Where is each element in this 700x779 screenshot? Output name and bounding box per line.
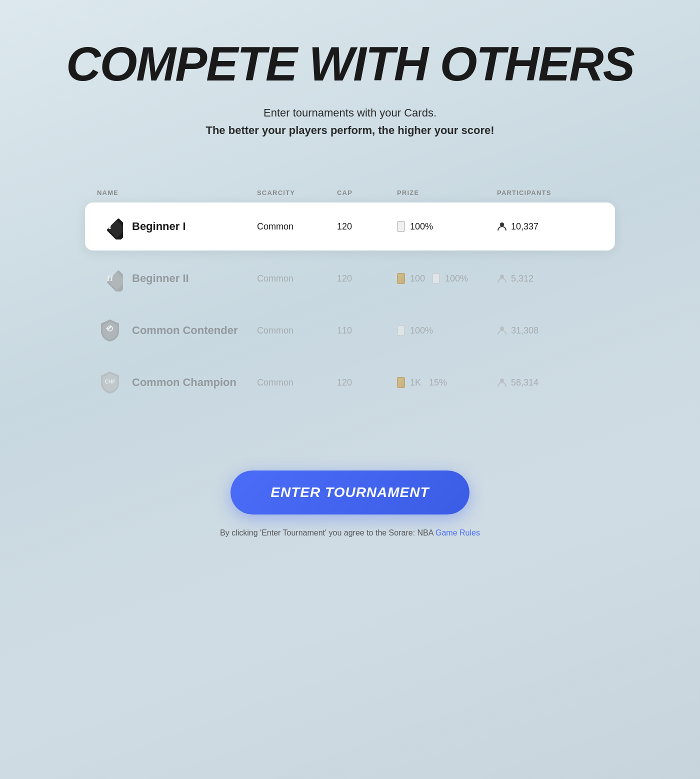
row-scarcity-beginner-ii: Common (257, 274, 337, 284)
row-cap-common-champion: 120 (337, 378, 397, 388)
participants-count-common-contender: 31,308 (511, 326, 538, 336)
row-prize-beginner-ii: 100 100% (397, 273, 497, 284)
prize-value-beginner-ii-num: 100 (410, 274, 425, 284)
participants-count-beginner-ii: 5,312 (511, 274, 534, 284)
table-row[interactable]: I Beginner I Common 120 100% 10,337 (85, 202, 615, 250)
beginner-i-label: Beginner I (132, 220, 186, 233)
svg-text:II: II (106, 274, 114, 282)
person-icon (497, 222, 507, 232)
svg-text:I: I (108, 221, 112, 231)
svg-point-3 (500, 222, 504, 226)
row-scarcity-common-contender: Common (257, 326, 337, 336)
person-icon (497, 326, 507, 336)
person-icon (497, 378, 507, 388)
diamond2-icon: II (97, 266, 123, 292)
header-cap: CAP (337, 189, 397, 196)
prize-value-beginner-ii-pct: 100% (445, 274, 468, 284)
prize-value-common-champion-num: 1K (410, 378, 421, 388)
beginner-ii-label: Beginner II (132, 272, 189, 285)
table-header: NAME SCARCITY CAP PRIZE PARTICIPANTS (85, 189, 615, 202)
prize-card-gold-icon (397, 377, 405, 388)
row-scarcity-beginner-i: Common (257, 222, 337, 232)
row-prize-beginner-i: 100% (397, 221, 497, 232)
table-row[interactable]: Common Contender Common 110 100% 31,308 (85, 306, 615, 354)
hero-subtitle: Enter tournaments with your Cards. The b… (206, 104, 494, 139)
row-cap-beginner-ii: 120 (337, 274, 397, 284)
svg-point-9 (500, 326, 504, 330)
shield2-icon: CHF (97, 370, 123, 396)
row-name-beginner-ii: II Beginner II (97, 266, 257, 292)
svg-point-11 (500, 378, 504, 382)
game-rules-link[interactable]: Game Rules (436, 528, 480, 537)
footer-disclaimer: By clicking 'Enter Tournament' you agree… (220, 528, 480, 538)
row-participants-beginner-ii: 5,312 (497, 274, 607, 284)
common-contender-label: Common Contender (132, 324, 238, 337)
table-row[interactable]: CHF Common Champion Common 120 1K 15% 58… (85, 358, 615, 406)
svg-point-7 (500, 274, 504, 278)
prize-value-beginner-i: 100% (410, 222, 433, 232)
row-prize-common-contender: 100% (397, 325, 497, 336)
header-participants: PARTICIPANTS (497, 189, 607, 196)
row-cap-beginner-i: 120 (337, 222, 397, 232)
row-name-beginner-i: I Beginner I (97, 214, 257, 240)
row-participants-common-champion: 58,314 (497, 378, 607, 388)
header-scarcity: SCARCITY (257, 189, 337, 196)
participants-count-common-champion: 58,314 (511, 378, 538, 388)
subtitle-line2: The better your players perform, the hig… (206, 124, 494, 136)
prize-card-gold-icon (397, 273, 405, 284)
person-icon (497, 274, 507, 284)
enter-tournament-button[interactable]: ENTER TOURNAMENT (230, 470, 469, 514)
prize-card-plain-icon (432, 273, 440, 284)
prize-value-common-champion-pct: 15% (429, 378, 447, 388)
table-row[interactable]: II Beginner II Common 120 100 100% 5,312 (85, 254, 615, 302)
tournament-table: NAME SCARCITY CAP PRIZE PARTICIPANTS I B… (85, 189, 615, 410)
row-prize-common-champion: 1K 15% (397, 377, 497, 388)
prize-value-common-contender: 100% (410, 326, 433, 336)
page-title: COMPETE WITH OTHERS (66, 40, 634, 88)
header-name: NAME (97, 189, 257, 196)
common-champion-label: Common Champion (132, 376, 236, 389)
diamond1-icon: I (97, 214, 123, 240)
row-participants-common-contender: 31,308 (497, 326, 607, 336)
row-participants-beginner-i: 10,337 (497, 222, 607, 232)
shield1-icon (97, 318, 123, 344)
svg-text:CHF: CHF (105, 379, 116, 384)
footer-text-before: By clicking 'Enter Tournament' you agree… (220, 528, 436, 537)
row-name-common-contender: Common Contender (97, 318, 257, 344)
participants-count-beginner-i: 10,337 (511, 222, 538, 232)
subtitle-line1: Enter tournaments with your Cards. (206, 104, 494, 122)
row-scarcity-common-champion: Common (257, 378, 337, 388)
prize-card-icon (397, 221, 405, 232)
header-prize: PRIZE (397, 189, 497, 196)
row-cap-common-contender: 110 (337, 326, 397, 336)
prize-card-icon (397, 325, 405, 336)
row-name-common-champion: CHF Common Champion (97, 370, 257, 396)
